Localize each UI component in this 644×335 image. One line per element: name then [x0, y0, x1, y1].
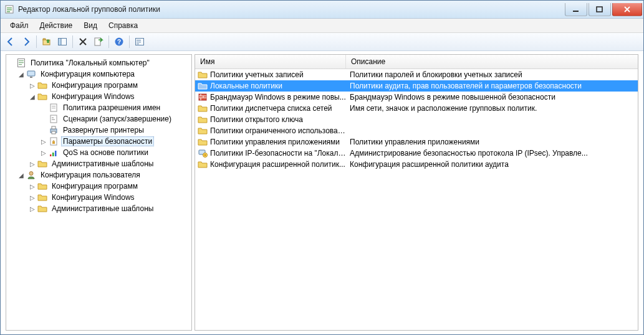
column-description[interactable]: Описание [346, 55, 638, 68]
toolbar: ? [1, 33, 643, 51]
cell-description: Имя сети, значок и расположение групповы… [346, 104, 638, 113]
list-row[interactable]: Политики IP-безопасности на "Локаль...Ад… [195, 148, 638, 159]
cell-name: Политики диспетчера списка сетей [195, 103, 346, 113]
tree-item[interactable]: ▷Развернутые принтеры [6, 125, 191, 136]
item-name: Конфигурация расширенной политик... [210, 160, 345, 169]
folder-icon [37, 192, 47, 202]
tree-root[interactable]: ▸ Политика "Локальный компьютер" ◢ Конфи… [6, 57, 191, 214]
tree-item[interactable]: ▷Политика разрешения имен [6, 102, 191, 113]
export-button[interactable] [91, 34, 106, 49]
policy-tree: ▸ Политика "Локальный компьютер" ◢ Конфи… [6, 57, 191, 214]
back-button[interactable] [3, 34, 18, 49]
window-title: Редактор локальной групповой политики [18, 5, 564, 14]
collapse-icon[interactable]: ◢ [17, 171, 25, 179]
folder-icon [198, 137, 208, 147]
svg-point-34 [29, 172, 33, 176]
folder-icon [37, 92, 47, 101]
svg-rect-2 [7, 9, 12, 11]
tree-item[interactable]: ▷Административные шаблоны [6, 203, 191, 214]
menu-help[interactable]: Справка [103, 19, 143, 32]
tree-item[interactable]: ▷Конфигурация программ [6, 181, 191, 192]
cell-name: Политики ограниченного использован... [195, 126, 346, 136]
forward-button[interactable] [19, 34, 34, 49]
tree-pane[interactable]: ▸ Политика "Локальный компьютер" ◢ Конфи… [6, 54, 192, 331]
tree-item[interactable]: ▷Административные шаблоны [6, 158, 191, 169]
tree-computer-config[interactable]: ◢ Конфигурация компьютера ▷Конфигурация … [6, 68, 191, 169]
list-row[interactable]: Конфигурация расширенной политик...Конфи… [195, 159, 638, 170]
close-button[interactable] [612, 3, 642, 16]
expand-icon[interactable]: ▷ [40, 138, 47, 145]
folder-icon [198, 81, 208, 91]
help-button[interactable]: ? [112, 34, 127, 49]
minimize-button[interactable] [565, 3, 587, 16]
script-icon [49, 114, 59, 124]
show-hide-tree-button[interactable] [55, 34, 70, 49]
list-row[interactable]: Политики открытого ключа [195, 114, 638, 125]
list-header: Имя Описание [195, 55, 638, 69]
tree-label: Административные шаблоны [50, 204, 155, 214]
toolbar-separator [72, 35, 73, 48]
title-bar: Редактор локальной групповой политики [1, 1, 643, 19]
ipsec-icon [198, 148, 208, 158]
svg-rect-35 [199, 94, 206, 100]
list-row[interactable]: Политики диспетчера списка сетейИмя сети… [195, 103, 638, 114]
expand-icon[interactable]: ▷ [29, 205, 36, 212]
list-body[interactable]: Политики учетных записейПолитики паролей… [195, 69, 638, 330]
folder-icon [37, 80, 47, 90]
content-area: ▸ Политика "Локальный компьютер" ◢ Конфи… [1, 51, 643, 334]
svg-rect-21 [30, 77, 32, 78]
tree-label: Конфигурация компьютера [39, 69, 137, 79]
menu-file[interactable]: Файл [4, 19, 34, 32]
filter-button[interactable] [132, 34, 147, 49]
list-row[interactable]: Политики ограниченного использован... [195, 125, 638, 136]
svg-text:?: ? [117, 39, 121, 45]
toolbar-separator [129, 35, 130, 48]
cell-description: Конфигурация расширенной политики аудита [346, 160, 638, 169]
tree-item[interactable]: ▷Сценарии (запуск/завершение) [6, 113, 191, 125]
expand-icon[interactable]: ▷ [40, 149, 47, 156]
printer-icon [49, 125, 59, 135]
menu-view[interactable]: Вид [78, 19, 103, 32]
expand-icon[interactable]: ▷ [29, 182, 36, 190]
folder-icon [37, 159, 47, 169]
tree-user-config[interactable]: ◢Конфигурация пользователя ▷Конфигурация… [6, 169, 191, 214]
list-row[interactable]: Политики учетных записейПолитики паролей… [195, 69, 638, 80]
svg-rect-23 [52, 106, 55, 106]
list-pane: Имя Описание Политики учетных записейПол… [195, 54, 638, 331]
svg-rect-33 [55, 151, 57, 156]
folder-icon [198, 103, 208, 113]
expand-icon[interactable]: ▷ [29, 194, 36, 201]
list-row[interactable]: Политики управления приложениямиПолитики… [195, 136, 638, 148]
expand-icon[interactable]: ▷ [29, 160, 36, 168]
tree-label: Конфигурация программ [50, 181, 140, 191]
tree-label: QoS на основе политики [61, 148, 150, 158]
qos-icon [49, 148, 59, 158]
list-row[interactable]: Брандмауэр Windows в режиме повы...Бранд… [195, 92, 638, 103]
cell-description: Политики паролей и блокировки учетных за… [346, 70, 638, 79]
column-name[interactable]: Имя [195, 55, 346, 68]
svg-rect-13 [137, 40, 141, 40]
cell-name: Конфигурация расширенной политик... [195, 159, 346, 169]
svg-rect-30 [52, 141, 55, 144]
up-button[interactable] [39, 34, 54, 49]
tree-security-settings[interactable]: ▷Параметры безопасности [6, 136, 191, 147]
tree-label: Сценарии (запуск/завершение) [61, 114, 173, 124]
list-row[interactable]: Локальные политикиПолитики аудита, прав … [195, 80, 638, 92]
collapse-icon[interactable]: ◢ [29, 93, 36, 100]
cell-name: Политики IP-безопасности на "Локаль... [195, 148, 346, 158]
collapse-icon[interactable]: ◢ [17, 70, 25, 78]
tree-windows-config[interactable]: ◢Конфигурация Windows ▷Политика разрешен… [6, 91, 191, 158]
tree-label: Конфигурация пользователя [39, 170, 142, 180]
cell-description: Политики управления приложениями [346, 138, 638, 146]
user-icon [26, 170, 36, 180]
svg-rect-3 [7, 11, 10, 12]
tree-item[interactable]: ▷QoS на основе политики [6, 147, 191, 158]
expand-icon[interactable]: ▷ [29, 82, 36, 89]
svg-rect-20 [27, 71, 35, 76]
delete-button[interactable] [75, 34, 90, 49]
maximize-button[interactable] [589, 3, 611, 16]
menu-action[interactable]: Действие [34, 19, 79, 32]
tree-item[interactable]: ▷Конфигурация Windows [6, 192, 191, 203]
tree-item[interactable]: ▷Конфигурация программ [6, 80, 191, 91]
lock-icon [49, 136, 59, 146]
